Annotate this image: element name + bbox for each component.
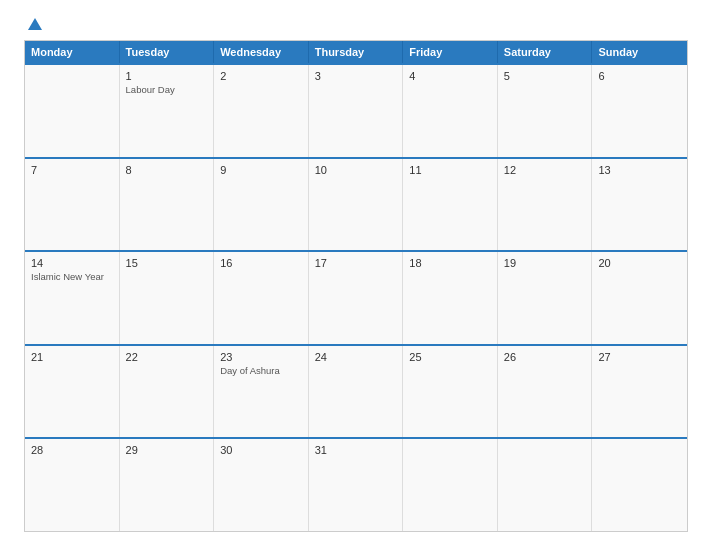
day-number: 16 <box>220 257 302 269</box>
cal-cell-0-6: 6 <box>592 65 687 157</box>
day-number: 21 <box>31 351 113 363</box>
day-number: 18 <box>409 257 491 269</box>
cal-cell-4-3: 31 <box>309 439 404 531</box>
holiday-label: Islamic New Year <box>31 271 113 283</box>
cal-cell-0-3: 3 <box>309 65 404 157</box>
day-number: 24 <box>315 351 397 363</box>
cal-cell-3-1: 22 <box>120 346 215 438</box>
header-friday: Friday <box>403 41 498 63</box>
day-number: 14 <box>31 257 113 269</box>
logo-blue-text <box>24 18 42 30</box>
cal-cell-1-0: 7 <box>25 159 120 251</box>
day-number: 10 <box>315 164 397 176</box>
cal-cell-2-0: 14Islamic New Year <box>25 252 120 344</box>
cal-cell-1-1: 8 <box>120 159 215 251</box>
cal-cell-0-5: 5 <box>498 65 593 157</box>
cal-cell-0-0 <box>25 65 120 157</box>
cal-cell-0-2: 2 <box>214 65 309 157</box>
cal-cell-4-2: 30 <box>214 439 309 531</box>
cal-cell-4-0: 28 <box>25 439 120 531</box>
cal-cell-2-5: 19 <box>498 252 593 344</box>
cal-cell-3-0: 21 <box>25 346 120 438</box>
cal-cell-2-2: 16 <box>214 252 309 344</box>
cal-cell-4-1: 29 <box>120 439 215 531</box>
day-number: 6 <box>598 70 681 82</box>
cal-cell-0-4: 4 <box>403 65 498 157</box>
cal-cell-1-3: 10 <box>309 159 404 251</box>
cal-cell-3-4: 25 <box>403 346 498 438</box>
week-row-1: 1Labour Day23456 <box>25 63 687 157</box>
calendar: Monday Tuesday Wednesday Thursday Friday… <box>24 40 688 532</box>
day-number: 9 <box>220 164 302 176</box>
cal-cell-1-5: 12 <box>498 159 593 251</box>
day-number: 8 <box>126 164 208 176</box>
week-row-2: 78910111213 <box>25 157 687 251</box>
day-number: 17 <box>315 257 397 269</box>
header-monday: Monday <box>25 41 120 63</box>
day-number: 15 <box>126 257 208 269</box>
week-row-5: 28293031 <box>25 437 687 531</box>
day-number: 28 <box>31 444 113 456</box>
header-sunday: Sunday <box>592 41 687 63</box>
cal-cell-3-3: 24 <box>309 346 404 438</box>
header-thursday: Thursday <box>309 41 404 63</box>
day-number: 1 <box>126 70 208 82</box>
cal-cell-3-2: 23Day of Ashura <box>214 346 309 438</box>
day-number: 30 <box>220 444 302 456</box>
header <box>24 18 688 30</box>
cal-cell-2-1: 15 <box>120 252 215 344</box>
day-number: 20 <box>598 257 681 269</box>
header-saturday: Saturday <box>498 41 593 63</box>
header-tuesday: Tuesday <box>120 41 215 63</box>
day-number: 29 <box>126 444 208 456</box>
day-number: 12 <box>504 164 586 176</box>
day-number: 7 <box>31 164 113 176</box>
day-number: 25 <box>409 351 491 363</box>
day-number: 27 <box>598 351 681 363</box>
week-row-4: 212223Day of Ashura24252627 <box>25 344 687 438</box>
day-number: 3 <box>315 70 397 82</box>
logo <box>24 18 42 30</box>
header-wednesday: Wednesday <box>214 41 309 63</box>
day-number: 11 <box>409 164 491 176</box>
cal-cell-2-3: 17 <box>309 252 404 344</box>
cal-cell-1-2: 9 <box>214 159 309 251</box>
cal-cell-2-4: 18 <box>403 252 498 344</box>
day-number: 13 <box>598 164 681 176</box>
cal-cell-0-1: 1Labour Day <box>120 65 215 157</box>
logo-triangle-icon <box>28 18 42 30</box>
cal-cell-4-4 <box>403 439 498 531</box>
calendar-body: 1Labour Day234567891011121314Islamic New… <box>25 63 687 531</box>
calendar-header: Monday Tuesday Wednesday Thursday Friday… <box>25 41 687 63</box>
cal-cell-1-4: 11 <box>403 159 498 251</box>
page: Monday Tuesday Wednesday Thursday Friday… <box>0 0 712 550</box>
day-number: 2 <box>220 70 302 82</box>
day-number: 19 <box>504 257 586 269</box>
cal-cell-1-6: 13 <box>592 159 687 251</box>
week-row-3: 14Islamic New Year151617181920 <box>25 250 687 344</box>
day-number: 4 <box>409 70 491 82</box>
day-number: 22 <box>126 351 208 363</box>
cal-cell-2-6: 20 <box>592 252 687 344</box>
cal-cell-4-5 <box>498 439 593 531</box>
cal-cell-3-5: 26 <box>498 346 593 438</box>
holiday-label: Day of Ashura <box>220 365 302 377</box>
day-number: 26 <box>504 351 586 363</box>
day-number: 31 <box>315 444 397 456</box>
cal-cell-4-6 <box>592 439 687 531</box>
holiday-label: Labour Day <box>126 84 208 96</box>
cal-cell-3-6: 27 <box>592 346 687 438</box>
day-number: 23 <box>220 351 302 363</box>
day-number: 5 <box>504 70 586 82</box>
